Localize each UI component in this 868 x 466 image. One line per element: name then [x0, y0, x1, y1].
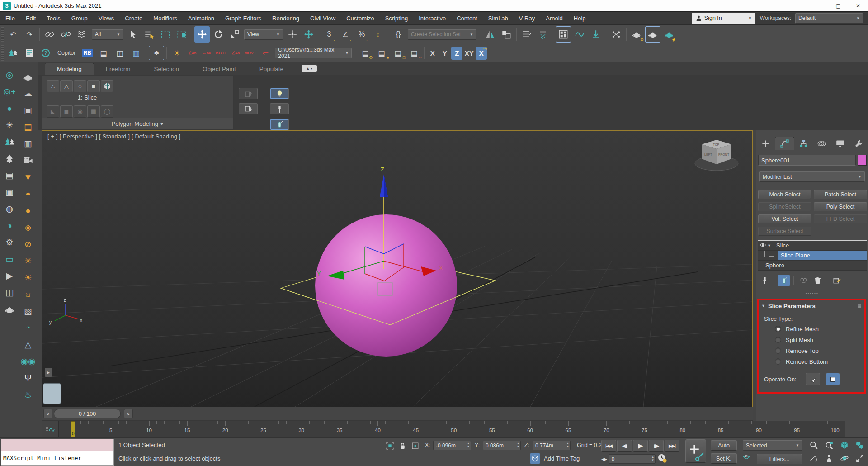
menu-rendering[interactable]: Rendering	[267, 12, 305, 24]
zoom-icon[interactable]	[807, 439, 821, 451]
menu-views[interactable]: Views	[93, 12, 119, 24]
menu-group[interactable]: Group	[66, 12, 93, 24]
set-key-button[interactable]: Set K.	[711, 453, 737, 464]
ribbon-tab-modeling[interactable]: Modeling	[45, 63, 94, 75]
go-to-start-button[interactable]: |◀◀	[601, 440, 616, 452]
edge-mode-icon[interactable]: △	[60, 80, 73, 92]
select-and-link-icon[interactable]	[42, 26, 57, 43]
remove-modifier-icon[interactable]	[811, 275, 823, 286]
select-and-scale-icon[interactable]	[227, 26, 242, 43]
poly-select-button[interactable]: Poly Select	[814, 202, 867, 211]
select-and-rotate-icon[interactable]	[211, 26, 226, 43]
menu-customize[interactable]: Customize	[341, 12, 379, 24]
rb-tool-button[interactable]: RB	[80, 46, 95, 60]
slice-type-option-remove-top[interactable]: Remove Top	[775, 347, 864, 355]
stack-row[interactable]: ▼Slice	[758, 241, 867, 251]
align-icon[interactable]	[499, 26, 514, 43]
angle-snap-icon[interactable]: ∠⌐	[338, 26, 353, 43]
geosphere-icon[interactable]: ◈	[20, 220, 36, 235]
track-bar[interactable]: 0051015202530354045505560657075808590951…	[42, 421, 845, 437]
menu-file[interactable]: File	[0, 12, 20, 24]
render-production-icon[interactable]: ⚡	[661, 26, 677, 43]
walk-through-icon[interactable]	[822, 452, 836, 464]
frame-step-arrows[interactable]: ◀▶	[601, 457, 607, 461]
menu-create[interactable]: Create	[119, 12, 148, 24]
rollout-divider[interactable]: ▪▪▪▪▪▪	[756, 291, 868, 295]
menu-graph-editors[interactable]: Graph Editors	[220, 12, 267, 24]
selection-lock-region-icon[interactable]	[384, 440, 395, 451]
mesh-select-button[interactable]: Mesh Select	[758, 190, 811, 199]
radio-button[interactable]	[775, 358, 781, 365]
tree-list-icon[interactable]: ▤	[1, 168, 18, 183]
expand-tray-button[interactable]: ▶	[45, 368, 52, 377]
time-slider-handle[interactable]: 0 / 100	[54, 409, 121, 418]
angle-45b-measure-icon[interactable]: ∠45	[229, 46, 242, 60]
close-button[interactable]: ✕	[848, 0, 868, 11]
object-color-swatch[interactable]	[858, 155, 867, 166]
filters-button[interactable]: Filters...	[757, 454, 802, 464]
selection-set-dropdown[interactable]: Create Selection Set▼	[408, 29, 476, 40]
operate-on-polygon-button[interactable]	[826, 373, 840, 385]
tab-create[interactable]	[756, 137, 775, 150]
menu-content[interactable]: Content	[451, 12, 483, 24]
add-time-tag[interactable]: Add Time Tag	[530, 453, 580, 464]
grid-tool-icon[interactable]: ▦	[87, 105, 100, 118]
disc-light-icon[interactable]: ⊘	[20, 237, 36, 252]
select-and-move-icon[interactable]	[194, 26, 210, 43]
unlink-selection-icon[interactable]	[58, 26, 74, 43]
select-and-manipulate-icon[interactable]	[301, 26, 316, 43]
slice-type-option-split-mesh[interactable]: Split Mesh	[775, 336, 864, 344]
proxy-cube-icon[interactable]: ▧	[20, 304, 36, 319]
restrict-y-button[interactable]: Y	[439, 47, 450, 60]
menu-civil-view[interactable]: Civil View	[305, 12, 341, 24]
cloud-person-icon[interactable]: ☁	[20, 86, 36, 101]
selection-filter-dropdown[interactable]: All▼	[92, 29, 123, 40]
vray-light-icon[interactable]: ●	[1, 101, 18, 116]
next-key-button[interactable]: >	[124, 409, 133, 418]
menu-modifiers[interactable]: Modifiers	[148, 12, 183, 24]
polygon-modeling-footer[interactable]: Polygon Modeling ▼	[42, 118, 233, 129]
tab-modify[interactable]	[775, 137, 794, 150]
tab-display[interactable]	[831, 137, 849, 150]
set-keys-button[interactable]	[685, 439, 706, 463]
spinner-snap-icon[interactable]: ↕	[370, 26, 386, 43]
sign-in-button[interactable]: Sign In ▼	[692, 13, 755, 24]
key-mode-dropdown[interactable]: Selected▼	[743, 440, 802, 451]
select-by-name-icon[interactable]	[142, 26, 157, 43]
angle-45-measure-icon[interactable]: ∠45	[185, 46, 199, 60]
script-folder-icon[interactable]: ▤■	[374, 46, 389, 60]
maxscript-output[interactable]	[1, 439, 113, 451]
viewcube[interactable]: TOP LEFT FRONT	[692, 134, 741, 177]
percent-snap-icon[interactable]: %⌐	[354, 26, 369, 43]
script-copy-icon[interactable]: ▤□	[390, 46, 406, 60]
gear-bulb-icon[interactable]: ⚙	[1, 235, 18, 250]
stack-row[interactable]: Sphere	[758, 261, 867, 271]
zoom-extents-icon[interactable]	[837, 439, 851, 451]
make-unique-icon[interactable]	[797, 275, 809, 286]
patch-select-button[interactable]: Patch Select	[814, 190, 867, 199]
cabinet-tool-icon[interactable]: ▤	[96, 46, 111, 60]
photo-stack-icon[interactable]: ◑	[1, 218, 18, 233]
capsules-icon[interactable]: ◉◉	[20, 354, 36, 369]
maximize-viewport-icon[interactable]	[853, 452, 867, 464]
rollout-header[interactable]: ▼ Slice Parameters ▦	[759, 300, 864, 311]
teapot-outline-icon[interactable]	[1, 302, 18, 317]
tab-motion[interactable]	[812, 137, 831, 150]
vray-camera-icon[interactable]: ◎	[1, 67, 18, 82]
sphere-light-icon[interactable]: ●	[20, 203, 36, 218]
split-view-icon[interactable]: ◫	[1, 285, 18, 300]
restrict-z-button[interactable]: Z	[451, 47, 462, 60]
toolbar-grip[interactable]	[1, 27, 4, 42]
spot-light-icon[interactable]: ▼	[20, 170, 36, 185]
zoom-all-icon[interactable]	[822, 439, 836, 451]
pyramid-gizmo-icon[interactable]: △	[20, 337, 36, 352]
minimize-button[interactable]: —	[808, 0, 828, 11]
window-crossing-icon[interactable]	[174, 26, 189, 43]
stack-item-slice[interactable]: Slice	[774, 242, 789, 249]
menu-help[interactable]: Help	[568, 12, 591, 24]
stack-item-slice-plane[interactable]: Slice Plane	[778, 251, 867, 260]
tree-page-icon[interactable]: ▣	[1, 185, 18, 200]
fire-cube-icon[interactable]: ♨	[20, 387, 36, 402]
maxscript-mini-listener[interactable]: MAXScript Mini Listener	[1, 439, 114, 466]
ribbon-tab-freeform[interactable]: Freeform	[94, 63, 142, 75]
